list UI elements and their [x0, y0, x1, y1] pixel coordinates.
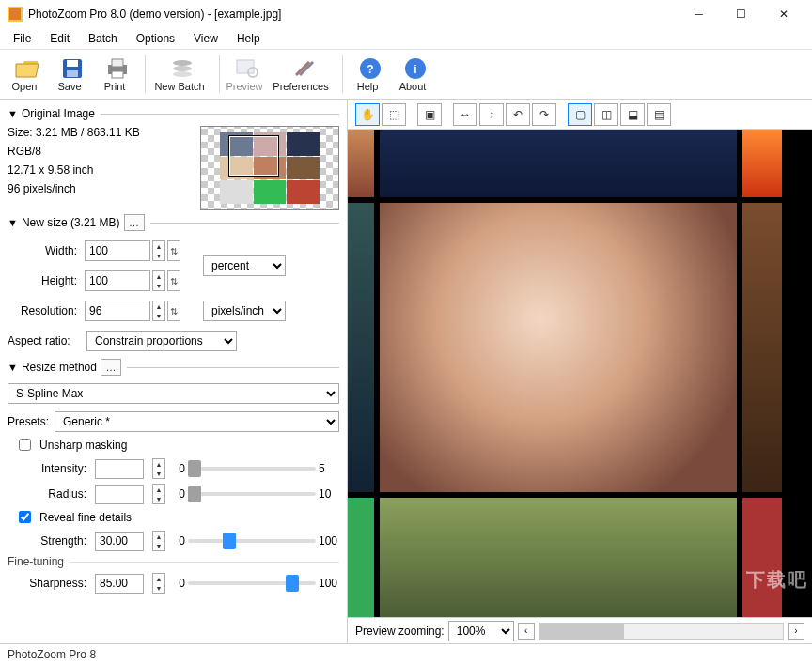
fine-tuning-label: Fine-tuning	[8, 555, 64, 568]
rotate-cw-button[interactable]: ↷	[532, 103, 556, 126]
hand-tool-button[interactable]: ✋	[355, 103, 380, 126]
svg-point-8	[173, 60, 192, 66]
preferences-label: Preferences	[273, 81, 334, 92]
strength-max: 100	[319, 534, 339, 548]
svg-text:i: i	[414, 63, 416, 76]
menu-batch[interactable]: Batch	[79, 30, 127, 47]
preview-button[interactable]: Preview	[226, 51, 269, 98]
sharpness-slider[interactable]	[188, 581, 316, 585]
sharpness-label: Sharpness:	[8, 577, 92, 590]
new-size-label: New size (3.21 MB)	[22, 216, 120, 229]
original-mode: RGB/8	[8, 145, 140, 158]
reveal-fine-details-checkbox[interactable]	[19, 511, 31, 523]
strength-slider[interactable]	[188, 539, 316, 543]
view-single-button[interactable]: ▢	[568, 103, 592, 126]
scroll-right-button[interactable]: ›	[788, 623, 804, 640]
scroll-left-button[interactable]: ‹	[518, 623, 535, 640]
menu-file[interactable]: File	[4, 30, 40, 47]
sharpness-spinner[interactable]: ▲▼	[152, 573, 165, 594]
height-input[interactable]	[85, 270, 150, 291]
resolution-spinner[interactable]: ▲▼	[152, 301, 165, 321]
width-input[interactable]	[85, 240, 150, 261]
marquee-tool-button[interactable]: ⬚	[382, 103, 406, 126]
app-icon	[8, 7, 23, 22]
about-button[interactable]: i About	[394, 51, 437, 98]
resolution-input[interactable]	[85, 301, 150, 321]
intensity-value[interactable]	[95, 459, 144, 479]
rotate-cw-icon: ↷	[539, 108, 549, 121]
rotate-ccw-button[interactable]: ↶	[506, 103, 530, 126]
height-link-icon[interactable]: ⇅	[167, 270, 180, 291]
flip-v-button[interactable]: ↕	[479, 103, 504, 126]
presets-select[interactable]: Generic *	[55, 411, 339, 432]
preview-zoom-select[interactable]: 100%	[448, 621, 514, 641]
radius-min: 0	[168, 487, 185, 501]
width-label: Width:	[8, 244, 83, 257]
close-button[interactable]: ✕	[762, 1, 804, 27]
crop-icon: ▣	[425, 108, 435, 121]
resize-options-button[interactable]: …	[101, 359, 121, 376]
toolbar-separator	[219, 55, 220, 93]
maximize-button[interactable]: ☐	[720, 1, 762, 27]
height-spinner[interactable]: ▲▼	[152, 270, 165, 291]
crop-tool-button[interactable]: ▣	[417, 103, 442, 126]
watermark: 下载吧	[746, 567, 808, 593]
intensity-slider[interactable]	[188, 467, 316, 471]
original-size: Size: 3.21 MB / 863.11 KB	[8, 126, 140, 139]
fine-tuning-subsection: Fine-tuning	[8, 555, 339, 568]
width-spinner[interactable]: ▲▼	[152, 240, 165, 261]
svg-rect-11	[237, 60, 254, 73]
view-grid-button[interactable]: ▤	[647, 103, 671, 126]
resolution-unit-select[interactable]: pixels/inch	[203, 301, 286, 321]
original-image-section[interactable]: ▼ Original Image	[8, 107, 339, 120]
view-split-h-button[interactable]: ◫	[594, 103, 618, 126]
intensity-spinner[interactable]: ▲▼	[152, 458, 165, 479]
new-size-options-button[interactable]: …	[124, 214, 145, 231]
menu-view[interactable]: View	[184, 30, 227, 47]
collapse-icon: ▼	[8, 362, 18, 373]
resize-method-select[interactable]: S-Spline Max	[8, 383, 339, 404]
view-split-v-button[interactable]: ⬓	[620, 103, 645, 126]
menu-edit[interactable]: Edit	[40, 30, 79, 47]
toolbar-separator	[342, 55, 343, 93]
resize-method-section[interactable]: ▼ Resize method …	[8, 359, 339, 376]
radius-slider[interactable]	[188, 492, 316, 496]
open-button[interactable]: Open	[6, 51, 49, 98]
svg-rect-7	[112, 71, 123, 78]
preferences-button[interactable]: Preferences	[271, 51, 336, 98]
menu-options[interactable]: Options	[127, 30, 184, 47]
strength-value[interactable]: 30.00	[95, 532, 144, 551]
minimize-button[interactable]: ─	[678, 1, 720, 27]
new-batch-button[interactable]: New Batch	[151, 51, 213, 98]
new-size-section[interactable]: ▼ New size (3.21 MB) …	[8, 214, 339, 231]
unsharp-masking-label: Unsharp masking	[39, 439, 127, 452]
rotate-ccw-icon: ↶	[513, 108, 523, 121]
resolution-link-icon[interactable]: ⇅	[167, 301, 180, 321]
radius-value[interactable]	[95, 485, 144, 504]
split-v-icon: ⬓	[628, 108, 638, 121]
sharpness-value[interactable]: 85.00	[95, 574, 144, 594]
original-image-label: Original Image	[22, 107, 95, 120]
horizontal-scrollbar[interactable]	[539, 623, 784, 640]
preview-label: Preview	[226, 81, 268, 92]
toolbar: Open Save Print New Batch Preview Prefer…	[0, 49, 812, 100]
new-batch-label: New Batch	[154, 81, 210, 92]
intensity-min: 0	[168, 462, 185, 475]
strength-spinner[interactable]: ▲▼	[152, 531, 165, 551]
radius-max: 10	[319, 487, 339, 501]
sharpness-min: 0	[168, 577, 185, 590]
menu-help[interactable]: Help	[227, 30, 270, 47]
unsharp-masking-checkbox[interactable]	[19, 439, 31, 451]
aspect-ratio-label: Aspect ratio:	[8, 334, 81, 347]
preview-area[interactable]: 下载吧	[348, 130, 812, 617]
radius-label: Radius:	[8, 487, 92, 501]
help-button[interactable]: ? Help	[349, 51, 392, 98]
navigator-thumbnail[interactable]	[200, 126, 339, 210]
width-height-link-icon[interactable]: ⇅	[167, 240, 180, 261]
aspect-ratio-select[interactable]: Constrain proportions	[86, 331, 237, 351]
radius-spinner[interactable]: ▲▼	[152, 484, 165, 504]
flip-h-button[interactable]: ↔	[453, 103, 477, 126]
size-unit-select[interactable]: percent	[203, 255, 286, 276]
save-button[interactable]: Save	[51, 51, 94, 98]
print-button[interactable]: Print	[96, 51, 139, 98]
